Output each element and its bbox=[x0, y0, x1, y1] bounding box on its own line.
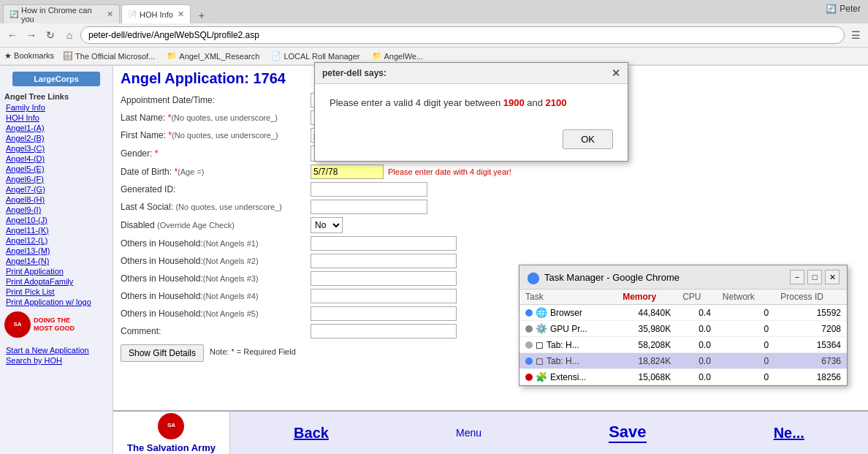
dialog-close-button[interactable]: ✕ bbox=[612, 67, 620, 79]
dialog-ok-button[interactable]: OK bbox=[563, 129, 613, 149]
dialog-overlay: peter-dell says: ✕ Please enter a valid … bbox=[0, 0, 868, 454]
dialog-body: Please enter a valid 4 digit year betwee… bbox=[315, 84, 628, 122]
year-start: 1900 bbox=[503, 97, 525, 108]
dialog-title-bar: peter-dell says: ✕ bbox=[315, 63, 628, 84]
dialog-message: Please enter a valid 4 digit year betwee… bbox=[330, 96, 613, 110]
year-end: 2100 bbox=[546, 97, 567, 108]
alert-dialog: peter-dell says: ✕ Please enter a valid … bbox=[314, 62, 628, 162]
dialog-title: peter-dell says: bbox=[322, 68, 387, 78]
dialog-footer: OK bbox=[315, 122, 628, 161]
